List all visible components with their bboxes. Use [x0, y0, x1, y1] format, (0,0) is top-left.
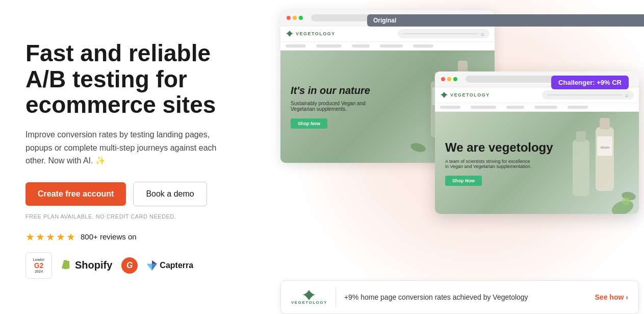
star-4: ★: [56, 231, 65, 243]
nav-item-2: [316, 44, 342, 47]
shopify-icon: [61, 260, 72, 271]
page-wrapper: Fast and reliable A/B testing for ecomme…: [0, 0, 644, 314]
capterra-logo: Capterra: [147, 260, 193, 271]
brand-name-challenger: VEGETOLOGY: [450, 92, 490, 98]
challenger-badge: Challenger: +9% CR: [551, 76, 629, 89]
bottles-decoration-challenger: VEGAN: [547, 112, 639, 214]
sparkle-icon: ✨: [95, 156, 106, 165]
dot-green-c: [453, 77, 457, 81]
vegetology-logo-challenger: VEGETOLOGY: [440, 92, 490, 98]
nav-item-3: [352, 44, 370, 47]
svg-point-21: [622, 197, 630, 205]
nav-lines-challenger: [435, 103, 639, 112]
svg-rect-18: [576, 131, 586, 142]
nav-lines-original: [280, 42, 495, 51]
nav-item-5: [413, 44, 433, 47]
svg-marker-2: [152, 263, 157, 270]
banner-description: +9% home page conversion rates achieved …: [344, 293, 587, 301]
shopify-text: Shopify: [75, 259, 112, 271]
brand-name-original: VEGETOLOGY: [296, 31, 336, 36]
banner-brand-text: VEGETOLOGY: [291, 300, 327, 305]
nav-item-c5: [568, 106, 588, 109]
browser-dots-challenger: [441, 77, 457, 81]
challenger-subtext: A team of scientists striving for excell…: [445, 159, 532, 169]
bottom-banner: VEGETOLOGY +9% home page conversion rate…: [280, 280, 639, 314]
nav-item-c4: [534, 106, 557, 109]
nav-item-c3: [506, 106, 524, 109]
browser-challenger: VEGETOLOGY ⌕ We are vegetology A team of…: [435, 71, 639, 214]
nav-item-c2: [471, 106, 496, 109]
nav-item-c1: [440, 106, 460, 109]
shop-now-button-original[interactable]: Shop Now: [291, 118, 327, 129]
capterra-icon: [147, 260, 157, 271]
original-badge: Original: [367, 14, 644, 27]
star-1: ★: [25, 231, 35, 243]
reviews-text: 800+ reviews on: [81, 232, 137, 241]
svg-text:VEGAN: VEGAN: [600, 146, 609, 149]
svg-marker-1: [152, 260, 157, 264]
star-5: ★: [66, 231, 75, 243]
book-demo-button[interactable]: Book a demo: [133, 182, 207, 206]
svg-marker-3: [147, 263, 152, 270]
star-3: ★: [46, 231, 55, 243]
svg-rect-17: [573, 140, 589, 196]
capterra-text: Capterra: [160, 261, 193, 270]
browser-nav-original: VEGETOLOGY ⌕: [280, 26, 495, 42]
search-icon: ⌕: [481, 31, 484, 37]
dot-green: [299, 16, 303, 20]
reviews-row: ★ ★ ★ ★ ★ 800+ reviews on: [25, 231, 245, 243]
nav-item-4: [380, 44, 403, 47]
vegetology-logo-original: VEGETOLOGY: [286, 31, 336, 37]
star-2: ★: [36, 231, 45, 243]
left-panel: Fast and reliable A/B testing for ecomme…: [0, 0, 265, 314]
shop-now-button-challenger[interactable]: Shop Now: [445, 176, 482, 186]
bottles-svg-challenger: VEGAN: [547, 112, 639, 214]
dot-yellow: [293, 16, 297, 20]
dot-red-c: [441, 77, 445, 81]
browser-nav-challenger: VEGETOLOGY ⌕: [435, 87, 639, 103]
veg-logo-icon-c: [440, 92, 448, 98]
dot-yellow-c: [447, 77, 451, 81]
search-icon-c: ⌕: [625, 92, 629, 98]
dot-red: [287, 16, 291, 20]
search-bar-challenger[interactable]: ⌕: [542, 90, 634, 100]
svg-rect-14: [600, 118, 610, 129]
g2-circle-logo: G: [121, 257, 138, 274]
banner-veg-icon: [302, 290, 316, 300]
search-line: [403, 33, 478, 34]
veg-logo-icon: [286, 31, 294, 37]
nav-item-1: [286, 44, 306, 47]
g2-badge: Leader G2 2024: [25, 252, 52, 279]
content-text-challenger: We are vegetology A team of scientists s…: [445, 140, 553, 186]
original-heading: It's in our nature: [291, 85, 372, 96]
content-text-original: It's in our nature Sustainably produced …: [291, 85, 372, 129]
search-bar-original[interactable]: ⌕: [398, 29, 490, 38]
original-subtext: Sustainably produced Vegan and Vegetaria…: [291, 101, 372, 112]
banner-logo: VEGETOLOGY: [291, 290, 327, 305]
hero-subtitle: Improve conversion rates by testing land…: [25, 128, 229, 167]
challenger-heading: We are vegetology: [445, 140, 553, 155]
star-rating: ★ ★ ★ ★ ★: [25, 231, 75, 243]
right-panel: Original VEGETOLOGY: [265, 0, 644, 314]
free-plan-note: FREE PLAN AVAILABLE. NO CREDIT CARD NEED…: [25, 213, 245, 220]
create-account-button[interactable]: Create free account: [25, 182, 126, 206]
partner-logos: Leader G2 2024 Shopify G: [25, 252, 245, 279]
banner-divider: [336, 287, 336, 307]
see-how-link[interactable]: See how ›: [595, 293, 628, 301]
challenger-content: We are vegetology A team of scientists s…: [435, 112, 639, 214]
cta-buttons: Create free account Book a demo: [25, 182, 245, 206]
search-line-c: [547, 94, 623, 95]
svg-point-12: [409, 141, 426, 153]
hero-title: Fast and reliable A/B testing for ecomme…: [25, 40, 245, 118]
shopify-logo: Shopify: [61, 259, 112, 271]
browser-dots: [287, 16, 303, 20]
